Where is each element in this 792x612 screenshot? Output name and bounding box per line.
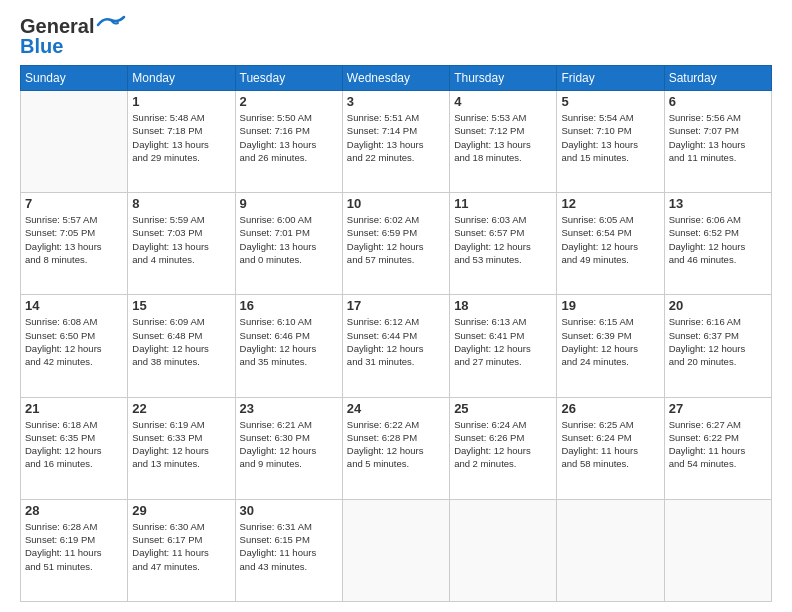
cell-info: Sunrise: 6:09 AMSunset: 6:48 PMDaylight:… (132, 315, 230, 368)
calendar-cell (342, 499, 449, 601)
week-row-2: 7Sunrise: 5:57 AMSunset: 7:05 PMDaylight… (21, 193, 772, 295)
calendar-cell: 1Sunrise: 5:48 AMSunset: 7:18 PMDaylight… (128, 91, 235, 193)
day-number: 29 (132, 503, 230, 518)
calendar-cell: 30Sunrise: 6:31 AMSunset: 6:15 PMDayligh… (235, 499, 342, 601)
cell-info: Sunrise: 6:15 AMSunset: 6:39 PMDaylight:… (561, 315, 659, 368)
day-number: 7 (25, 196, 123, 211)
calendar-cell: 5Sunrise: 5:54 AMSunset: 7:10 PMDaylight… (557, 91, 664, 193)
calendar-cell: 3Sunrise: 5:51 AMSunset: 7:14 PMDaylight… (342, 91, 449, 193)
logo-general: General (20, 15, 94, 37)
calendar-cell: 8Sunrise: 5:59 AMSunset: 7:03 PMDaylight… (128, 193, 235, 295)
calendar-cell: 6Sunrise: 5:56 AMSunset: 7:07 PMDaylight… (664, 91, 771, 193)
day-number: 24 (347, 401, 445, 416)
header-friday: Friday (557, 66, 664, 91)
week-row-1: 1Sunrise: 5:48 AMSunset: 7:18 PMDaylight… (21, 91, 772, 193)
cell-info: Sunrise: 6:12 AMSunset: 6:44 PMDaylight:… (347, 315, 445, 368)
calendar-cell: 21Sunrise: 6:18 AMSunset: 6:35 PMDayligh… (21, 397, 128, 499)
day-number: 23 (240, 401, 338, 416)
calendar-cell: 14Sunrise: 6:08 AMSunset: 6:50 PMDayligh… (21, 295, 128, 397)
cell-info: Sunrise: 5:48 AMSunset: 7:18 PMDaylight:… (132, 111, 230, 164)
day-number: 18 (454, 298, 552, 313)
day-number: 3 (347, 94, 445, 109)
day-number: 19 (561, 298, 659, 313)
day-number: 6 (669, 94, 767, 109)
calendar-cell (664, 499, 771, 601)
header-saturday: Saturday (664, 66, 771, 91)
calendar-cell: 25Sunrise: 6:24 AMSunset: 6:26 PMDayligh… (450, 397, 557, 499)
day-number: 17 (347, 298, 445, 313)
cell-info: Sunrise: 6:24 AMSunset: 6:26 PMDaylight:… (454, 418, 552, 471)
cell-info: Sunrise: 6:21 AMSunset: 6:30 PMDaylight:… (240, 418, 338, 471)
cell-info: Sunrise: 5:50 AMSunset: 7:16 PMDaylight:… (240, 111, 338, 164)
week-row-4: 21Sunrise: 6:18 AMSunset: 6:35 PMDayligh… (21, 397, 772, 499)
day-number: 21 (25, 401, 123, 416)
header-monday: Monday (128, 66, 235, 91)
cell-info: Sunrise: 6:30 AMSunset: 6:17 PMDaylight:… (132, 520, 230, 573)
day-number: 26 (561, 401, 659, 416)
header-tuesday: Tuesday (235, 66, 342, 91)
page: General Blue SundayMondayTuesdayWednesda… (0, 0, 792, 612)
cell-info: Sunrise: 5:53 AMSunset: 7:12 PMDaylight:… (454, 111, 552, 164)
cell-info: Sunrise: 5:54 AMSunset: 7:10 PMDaylight:… (561, 111, 659, 164)
calendar-cell: 15Sunrise: 6:09 AMSunset: 6:48 PMDayligh… (128, 295, 235, 397)
calendar-cell: 24Sunrise: 6:22 AMSunset: 6:28 PMDayligh… (342, 397, 449, 499)
calendar-cell: 13Sunrise: 6:06 AMSunset: 6:52 PMDayligh… (664, 193, 771, 295)
calendar-cell: 22Sunrise: 6:19 AMSunset: 6:33 PMDayligh… (128, 397, 235, 499)
calendar-cell: 4Sunrise: 5:53 AMSunset: 7:12 PMDaylight… (450, 91, 557, 193)
logo-text: General Blue (20, 15, 126, 57)
cell-info: Sunrise: 6:05 AMSunset: 6:54 PMDaylight:… (561, 213, 659, 266)
header-sunday: Sunday (21, 66, 128, 91)
day-number: 1 (132, 94, 230, 109)
day-number: 11 (454, 196, 552, 211)
cell-info: Sunrise: 6:10 AMSunset: 6:46 PMDaylight:… (240, 315, 338, 368)
calendar-cell: 12Sunrise: 6:05 AMSunset: 6:54 PMDayligh… (557, 193, 664, 295)
cell-info: Sunrise: 6:06 AMSunset: 6:52 PMDaylight:… (669, 213, 767, 266)
day-number: 27 (669, 401, 767, 416)
cell-info: Sunrise: 6:22 AMSunset: 6:28 PMDaylight:… (347, 418, 445, 471)
cell-info: Sunrise: 6:18 AMSunset: 6:35 PMDaylight:… (25, 418, 123, 471)
cell-info: Sunrise: 6:00 AMSunset: 7:01 PMDaylight:… (240, 213, 338, 266)
calendar-cell: 17Sunrise: 6:12 AMSunset: 6:44 PMDayligh… (342, 295, 449, 397)
calendar-cell (557, 499, 664, 601)
header-wednesday: Wednesday (342, 66, 449, 91)
calendar-cell: 28Sunrise: 6:28 AMSunset: 6:19 PMDayligh… (21, 499, 128, 601)
day-number: 28 (25, 503, 123, 518)
calendar-cell: 29Sunrise: 6:30 AMSunset: 6:17 PMDayligh… (128, 499, 235, 601)
cell-info: Sunrise: 6:03 AMSunset: 6:57 PMDaylight:… (454, 213, 552, 266)
week-row-5: 28Sunrise: 6:28 AMSunset: 6:19 PMDayligh… (21, 499, 772, 601)
calendar-cell: 20Sunrise: 6:16 AMSunset: 6:37 PMDayligh… (664, 295, 771, 397)
week-row-3: 14Sunrise: 6:08 AMSunset: 6:50 PMDayligh… (21, 295, 772, 397)
day-number: 5 (561, 94, 659, 109)
day-number: 12 (561, 196, 659, 211)
day-number: 10 (347, 196, 445, 211)
cell-info: Sunrise: 6:25 AMSunset: 6:24 PMDaylight:… (561, 418, 659, 471)
header-thursday: Thursday (450, 66, 557, 91)
cell-info: Sunrise: 6:27 AMSunset: 6:22 PMDaylight:… (669, 418, 767, 471)
calendar-table: SundayMondayTuesdayWednesdayThursdayFrid… (20, 65, 772, 602)
cell-info: Sunrise: 6:16 AMSunset: 6:37 PMDaylight:… (669, 315, 767, 368)
calendar-cell (450, 499, 557, 601)
calendar-cell: 27Sunrise: 6:27 AMSunset: 6:22 PMDayligh… (664, 397, 771, 499)
day-number: 20 (669, 298, 767, 313)
day-number: 22 (132, 401, 230, 416)
logo: General Blue (20, 15, 126, 57)
day-number: 25 (454, 401, 552, 416)
day-number: 13 (669, 196, 767, 211)
cell-info: Sunrise: 6:13 AMSunset: 6:41 PMDaylight:… (454, 315, 552, 368)
calendar-cell: 16Sunrise: 6:10 AMSunset: 6:46 PMDayligh… (235, 295, 342, 397)
day-number: 15 (132, 298, 230, 313)
cell-info: Sunrise: 6:19 AMSunset: 6:33 PMDaylight:… (132, 418, 230, 471)
calendar-cell: 2Sunrise: 5:50 AMSunset: 7:16 PMDaylight… (235, 91, 342, 193)
day-number: 9 (240, 196, 338, 211)
cell-info: Sunrise: 5:56 AMSunset: 7:07 PMDaylight:… (669, 111, 767, 164)
header: General Blue (20, 15, 772, 57)
day-number: 2 (240, 94, 338, 109)
calendar-cell: 11Sunrise: 6:03 AMSunset: 6:57 PMDayligh… (450, 193, 557, 295)
calendar-cell: 9Sunrise: 6:00 AMSunset: 7:01 PMDaylight… (235, 193, 342, 295)
calendar-cell: 7Sunrise: 5:57 AMSunset: 7:05 PMDaylight… (21, 193, 128, 295)
calendar-header-row: SundayMondayTuesdayWednesdayThursdayFrid… (21, 66, 772, 91)
cell-info: Sunrise: 6:02 AMSunset: 6:59 PMDaylight:… (347, 213, 445, 266)
cell-info: Sunrise: 5:51 AMSunset: 7:14 PMDaylight:… (347, 111, 445, 164)
day-number: 30 (240, 503, 338, 518)
cell-info: Sunrise: 5:57 AMSunset: 7:05 PMDaylight:… (25, 213, 123, 266)
